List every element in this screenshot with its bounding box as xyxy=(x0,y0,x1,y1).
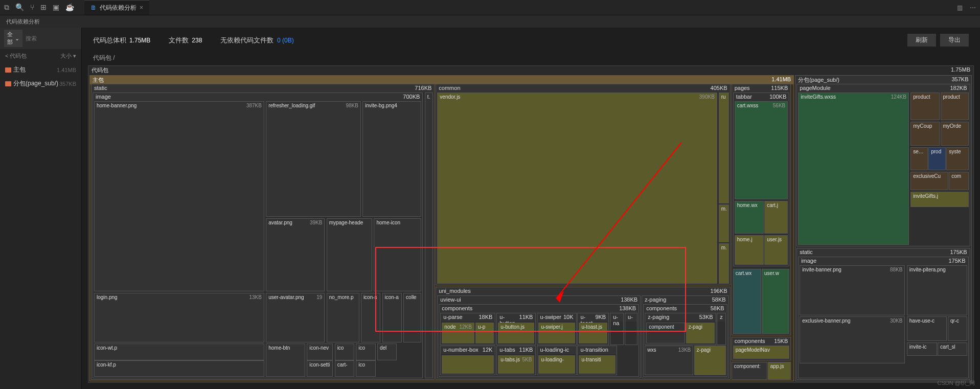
cell-u-swiper[interactable]: u-swiper10Ku-swiper.j xyxy=(537,313,576,346)
cell-wxs[interactable]: wxs13KB xyxy=(645,346,693,375)
cell-cart-wxss[interactable]: cart.wxss56KB xyxy=(735,101,788,199)
refresh-button[interactable]: 刷新 xyxy=(907,34,936,47)
cell-invite-banner[interactable]: invite-banner.png88KB xyxy=(800,265,905,315)
cell-mycoup[interactable]: myCoup xyxy=(910,122,940,146)
treemap-root-header[interactable]: 代码包 1.75MB xyxy=(88,66,973,75)
block-static[interactable]: static716KB image700KB home-banner.png38… xyxy=(91,84,435,380)
block-sub-static[interactable]: static175KB image175KB invite-banner.png… xyxy=(796,248,970,380)
cell-invitegifts[interactable]: inviteGifts.wxss124KB xyxy=(798,93,909,245)
cell-u-loading2[interactable]: u-loading- xyxy=(538,355,575,374)
cell-pagemodelnav[interactable]: pageModelNav xyxy=(733,346,790,359)
cell-icon-nev[interactable]: icon-nev xyxy=(307,344,333,360)
cell-cart-sl[interactable]: cart_sl xyxy=(938,342,967,356)
cell-u-swiper-js[interactable]: u-swiper.j xyxy=(538,323,575,344)
cell-user-w[interactable]: user.w xyxy=(762,269,789,334)
cell-invite-bg[interactable]: invite-bg.png4 xyxy=(362,101,421,217)
cell-invite-pitera[interactable]: invite-pitera.png xyxy=(907,265,967,315)
cell-user-avatar[interactable]: user-avatar.png19 xyxy=(266,293,325,342)
save-icon[interactable]: ▣ xyxy=(53,3,59,12)
cell-cart-wx2[interactable]: cart.wx xyxy=(733,269,761,334)
cell-node[interactable]: node12KB xyxy=(442,323,474,344)
block-components2[interactable]: components15KB pageModelNav xyxy=(732,337,791,360)
cell-ru[interactable]: ru xyxy=(719,93,729,203)
cell-u-dash[interactable]: u- xyxy=(625,313,637,346)
cell-components3[interactable]: component: xyxy=(732,362,767,380)
cell-u-loading[interactable]: u-loading-icu-loading- xyxy=(537,346,576,375)
head-size[interactable]: 大小 ▾ xyxy=(60,52,76,60)
cell-home-icon[interactable]: home-icon xyxy=(374,218,421,291)
cell-collec[interactable]: colle xyxy=(403,293,421,342)
cell-prod[interactable]: prod xyxy=(928,147,945,170)
cell-icon-kf[interactable]: icon-kf.p xyxy=(94,360,264,377)
cell-icon-a[interactable]: icon-a xyxy=(382,293,402,342)
block-z-comp[interactable]: components58KB z-paging53KB component z-… xyxy=(643,304,727,377)
cell-exclusive-banner[interactable]: exclusive-banner.png30KB xyxy=(800,316,905,363)
cell-u-na[interactable]: u-na xyxy=(610,313,624,346)
cell-ta[interactable]: ta xyxy=(425,93,434,378)
search-icon[interactable]: 🔍 xyxy=(15,3,24,12)
cell-z-pagi[interactable]: z-pagi xyxy=(686,323,715,344)
nodep-val[interactable]: 0 (0B) xyxy=(277,37,294,44)
cell-com[interactable]: com xyxy=(949,172,968,190)
cell-product2[interactable]: product xyxy=(941,93,969,120)
block-image[interactable]: image700KB home-banner.png387KB refreshe… xyxy=(93,93,423,378)
block-common[interactable]: common405KB vendor.js390KB ru ma ma xyxy=(436,84,730,285)
block-sub-image[interactable]: image175KB invite-banner.png88KB invite-… xyxy=(798,257,968,378)
breadcrumb[interactable]: 代码包 / xyxy=(88,53,974,65)
cell-home-j[interactable]: home.j xyxy=(735,235,764,265)
cell-u-parse[interactable]: u-parse18KB node12KB u-p xyxy=(440,313,495,346)
cell-refresher[interactable]: refresher_loading.gif98KB xyxy=(266,101,361,217)
cell-u-tabs[interactable]: u-tabs11KBu-tabs.js5KB xyxy=(496,346,536,375)
head-name[interactable]: < 代码包 xyxy=(5,52,27,60)
cell-syste[interactable]: syste xyxy=(946,147,968,170)
cell-invitegifts-j[interactable]: inviteGifts.j xyxy=(910,192,968,207)
cell-u-tabs-js[interactable]: u-tabs.js5KB xyxy=(498,355,534,374)
cell-app-js[interactable]: app.js xyxy=(768,362,791,380)
cell-no-more[interactable]: no_more.p xyxy=(327,293,359,342)
copy-icon[interactable]: ⧉ xyxy=(4,3,9,12)
block-uv-comp[interactable]: components138KB u-parse18KB node12KB u-p xyxy=(439,304,639,377)
cell-product[interactable]: product xyxy=(910,93,940,120)
tab-code-analysis[interactable]: 🗎 代码依赖分析 × xyxy=(84,0,149,15)
block-z-paging[interactable]: z-paging58KB components58KB z-paging53KB xyxy=(642,295,728,378)
extensions-icon[interactable]: ⊞ xyxy=(40,3,47,12)
block-subpack[interactable]: 分包(page_sub/)357KB pageModule182KB invit… xyxy=(795,75,971,381)
cell-u-toast-js[interactable]: u-toast.js xyxy=(579,323,607,344)
block-uni-modules[interactable]: uni_modules196KB uview-ui138KB component… xyxy=(436,287,730,380)
cell-u-transition2[interactable]: u-transiti xyxy=(579,355,615,374)
cell-user-js[interactable]: user.js xyxy=(764,235,788,265)
cell-myorde[interactable]: myOrde xyxy=(941,122,969,146)
cell-u-button[interactable]: u-button11KBu-button.js xyxy=(496,313,536,346)
cell-home-wx[interactable]: home.wx xyxy=(735,201,764,234)
cell-icon-s[interactable]: icon-s xyxy=(361,293,380,342)
cell-ico2[interactable]: ico xyxy=(356,344,375,360)
cell-mypage[interactable]: mypage-heade xyxy=(327,218,373,291)
cell-qr-c[interactable]: qr-c xyxy=(948,316,967,341)
cell-icon-sett[interactable]: icon-setti xyxy=(307,360,333,377)
cell-exclusivec[interactable]: exclusiveCu xyxy=(910,172,948,190)
cell-ma2[interactable]: ma xyxy=(719,243,729,283)
export-button[interactable]: 导出 xyxy=(940,34,969,47)
cell-ico3[interactable]: ico xyxy=(356,360,375,377)
branch-icon[interactable]: ⑂ xyxy=(30,3,34,12)
cell-have-use[interactable]: have-use-c xyxy=(907,316,947,341)
sidebar-item-sub[interactable]: 分包(page_sub/) 357KB xyxy=(0,77,81,90)
cell-u-toast[interactable]: u-toast9KBu-toast.js xyxy=(577,313,609,346)
sidebar-item-main[interactable]: 主包 1.41MB xyxy=(0,63,81,77)
cell-del[interactable]: del xyxy=(377,344,397,360)
cell-setti[interactable]: settin xyxy=(910,147,927,170)
split-icon[interactable]: ▥ xyxy=(957,4,963,11)
cell-u-transition[interactable]: u-transitionu-transiti xyxy=(577,346,617,375)
cell-z[interactable]: z xyxy=(717,313,725,346)
block-tabbar[interactable]: tabbar100KB cart.wxss56KB home.wx cart.j… xyxy=(733,93,790,266)
cell-z-pagi2[interactable]: z-pagi xyxy=(694,346,726,375)
block-mainpack[interactable]: 主包1.41MB static716KB image700KB home-ban… xyxy=(89,75,794,381)
cell-u-number[interactable]: u-number-box12K xyxy=(440,346,495,375)
cell-home-banner[interactable]: home-banner.png387KB xyxy=(94,101,264,291)
block-uview[interactable]: uview-ui138KB components138KB u-parse18K… xyxy=(437,295,641,378)
cell-ma1[interactable]: ma xyxy=(719,204,729,243)
filter-dropdown[interactable]: 全部 ⌄ xyxy=(4,30,22,47)
close-icon[interactable]: × xyxy=(140,4,143,11)
block-pagemodule[interactable]: pageModule182KB inviteGifts.wxss124KB pr… xyxy=(796,84,970,246)
cell-vendor[interactable]: vendor.js390KB xyxy=(437,93,717,284)
